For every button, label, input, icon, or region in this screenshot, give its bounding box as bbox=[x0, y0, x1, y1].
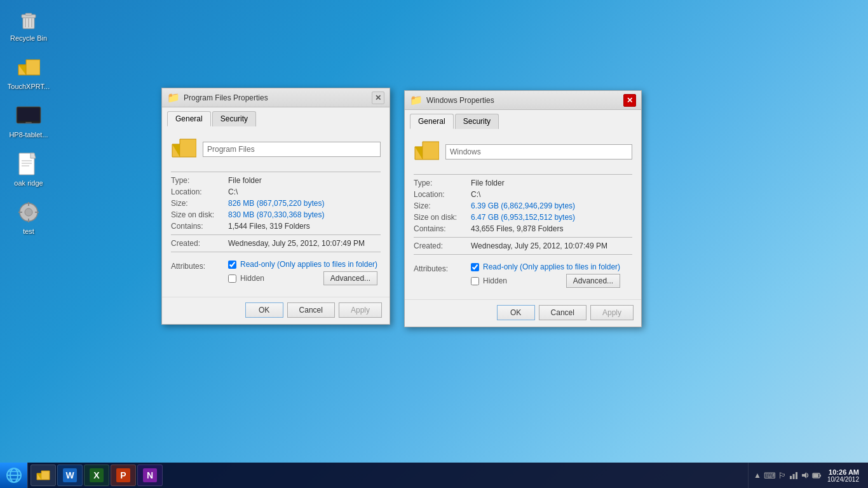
apply-btn-pf[interactable]: Apply bbox=[339, 302, 382, 318]
hp8-tablet-label: HP8-tablet... bbox=[9, 131, 48, 139]
taskbar-word[interactable]: W bbox=[57, 464, 83, 486]
size-row-pf: Size: 826 MB (867,075,220 bytes) bbox=[171, 199, 381, 208]
created-label-wp: Created: bbox=[414, 241, 471, 250]
program-files-close-btn[interactable]: ✕ bbox=[372, 92, 384, 104]
system-clock[interactable]: 10:26 AM 10/24/2012 bbox=[824, 468, 863, 483]
created-row-wp: Created: Wednesday, July 25, 2012, 10:07… bbox=[414, 241, 632, 250]
tab-security-pf[interactable]: Security bbox=[212, 111, 256, 126]
taskbar-powerpoint[interactable]: P bbox=[111, 464, 136, 486]
readonly-checkbox-wp[interactable] bbox=[471, 263, 479, 271]
program-files-title: Program Files Properties bbox=[184, 93, 268, 102]
program-files-footer: OK Cancel Apply bbox=[162, 297, 390, 324]
touchxprt-label: TouchXPRT... bbox=[8, 83, 50, 90]
svg-point-14 bbox=[25, 208, 32, 216]
battery-icon bbox=[812, 471, 821, 480]
contains-value-pf: 1,544 Files, 319 Folders bbox=[228, 222, 310, 231]
attributes-pf: Attributes: Read-only (Only applies to f… bbox=[171, 257, 381, 288]
readonly-checkbox-pf[interactable] bbox=[228, 261, 236, 269]
attributes-wp: Attributes: Read-only (Only applies to f… bbox=[414, 260, 632, 290]
apply-btn-wp[interactable]: Apply bbox=[590, 305, 634, 320]
svg-rect-29 bbox=[820, 475, 821, 477]
size-label-pf: Size: bbox=[171, 199, 228, 208]
windows-props-close-btn[interactable]: ✕ bbox=[623, 94, 636, 107]
tab-general-pf[interactable]: General bbox=[167, 111, 211, 126]
tab-security-wp[interactable]: Security bbox=[455, 114, 499, 129]
svg-rect-26 bbox=[796, 472, 797, 479]
taskbar-onenote[interactable]: N bbox=[137, 464, 163, 486]
svg-rect-25 bbox=[792, 474, 794, 479]
svg-rect-7 bbox=[18, 108, 39, 121]
taskbar-items: W X P N bbox=[28, 463, 165, 488]
program-files-name-input[interactable] bbox=[203, 142, 381, 157]
windows-props-footer: OK Cancel Apply bbox=[405, 299, 641, 327]
created-value-wp: Wednesday, July 25, 2012, 10:07:49 PM bbox=[471, 241, 607, 250]
size-disk-label-wp: Size on disk: bbox=[414, 213, 471, 222]
windows-name-input[interactable] bbox=[445, 144, 632, 159]
program-files-folder-icon bbox=[171, 137, 196, 161]
windows-props-titlebar: 📁 Windows Properties ✕ bbox=[405, 91, 641, 110]
tab-general-wp[interactable]: General bbox=[410, 114, 454, 129]
size-value-wp: 6.39 GB (6,862,946,299 bytes) bbox=[471, 201, 575, 210]
type-label-wp: Type: bbox=[414, 179, 471, 187]
hidden-checkbox-pf[interactable] bbox=[228, 274, 236, 283]
type-row-wp: Type: File folder bbox=[414, 179, 632, 187]
created-label-pf: Created: bbox=[171, 239, 228, 248]
contains-row-wp: Contains: 43,655 Files, 9,878 Folders bbox=[414, 224, 632, 233]
svg-rect-8 bbox=[25, 122, 32, 123]
location-value-wp: C:\ bbox=[471, 190, 480, 199]
svg-rect-17 bbox=[18, 212, 22, 213]
desktop: Recycle Bin TouchXPRT... HP8-tablet... bbox=[0, 0, 868, 488]
type-value-pf: File folder bbox=[228, 176, 262, 185]
size-value-pf: 826 MB (867,075,220 bytes) bbox=[228, 199, 324, 208]
taskbar-file-explorer[interactable] bbox=[31, 464, 56, 486]
attributes-label-pf: Attributes: bbox=[171, 262, 228, 271]
location-label-pf: Location: bbox=[171, 187, 228, 196]
contains-label-pf: Contains: bbox=[171, 222, 228, 231]
taskbar-excel[interactable]: X bbox=[84, 464, 109, 486]
type-label-pf: Type: bbox=[171, 176, 228, 185]
contains-value-wp: 43,655 Files, 9,878 Folders bbox=[471, 224, 563, 233]
windows-props-dialog: 📁 Windows Properties ✕ General Security bbox=[404, 90, 642, 327]
recycle-bin-icon[interactable]: Recycle Bin bbox=[6, 6, 51, 42]
created-value-pf: Wednesday, July 25, 2012, 10:07:49 PM bbox=[228, 239, 365, 248]
windows-folder-icon bbox=[414, 139, 439, 164]
clock-date: 10/24/2012 bbox=[827, 476, 859, 483]
system-tray: ▲ ⌨ 🏳 10:26 AM 10/24/2012 bbox=[748, 463, 868, 488]
size-disk-row-wp: Size on disk: 6.47 GB (6,953,152,512 byt… bbox=[414, 213, 632, 222]
oak-ridge-icon[interactable]: oak ridge bbox=[6, 151, 51, 187]
windows-props-header bbox=[414, 135, 632, 170]
size-disk-row-pf: Size on disk: 830 MB (870,330,368 bytes) bbox=[171, 210, 381, 219]
touchxprt-icon[interactable]: TouchXPRT... bbox=[6, 55, 51, 90]
ok-btn-wp[interactable]: OK bbox=[497, 305, 535, 320]
cancel-btn-wp[interactable]: Cancel bbox=[539, 305, 587, 320]
svg-rect-30 bbox=[813, 474, 818, 477]
program-files-title-icon: 📁 bbox=[167, 92, 180, 104]
hp8-tablet-icon[interactable]: HP8-tablet... bbox=[6, 103, 51, 139]
contains-label-wp: Contains: bbox=[414, 224, 471, 233]
program-files-header bbox=[171, 133, 381, 168]
cancel-btn-pf[interactable]: Cancel bbox=[287, 302, 335, 318]
tray-expand-icon[interactable]: ▲ bbox=[754, 471, 761, 480]
type-row-pf: Type: File folder bbox=[171, 176, 381, 185]
ie-button[interactable] bbox=[0, 463, 28, 488]
test-icon[interactable]: test bbox=[6, 200, 51, 235]
ok-btn-pf[interactable]: OK bbox=[245, 302, 283, 318]
desktop-icons-container: Recycle Bin TouchXPRT... HP8-tablet... bbox=[6, 6, 51, 235]
advanced-btn-pf[interactable]: Advanced... bbox=[323, 271, 377, 285]
type-value-wp: File folder bbox=[471, 179, 505, 187]
program-files-titlebar: 📁 Program Files Properties ✕ bbox=[162, 88, 390, 107]
readonly-label-pf: Read-only (Only applies to files in fold… bbox=[240, 260, 377, 269]
location-row-wp: Location: C:\ bbox=[414, 190, 632, 199]
size-label-wp: Size: bbox=[414, 201, 471, 210]
network-icon bbox=[789, 471, 798, 480]
oak-ridge-label: oak ridge bbox=[14, 179, 43, 187]
taskbar: W X P N ▲ ⌨ 🏳 bbox=[0, 463, 868, 488]
program-files-tabs: General Security bbox=[162, 107, 390, 126]
advanced-btn-wp[interactable]: Advanced... bbox=[566, 274, 620, 288]
hidden-checkbox-wp[interactable] bbox=[471, 277, 479, 285]
test-label: test bbox=[23, 227, 34, 235]
location-value-pf: C:\ bbox=[228, 187, 238, 196]
size-row-wp: Size: 6.39 GB (6,862,946,299 bytes) bbox=[414, 201, 632, 210]
svg-rect-18 bbox=[35, 212, 39, 213]
svg-rect-16 bbox=[28, 219, 29, 222]
